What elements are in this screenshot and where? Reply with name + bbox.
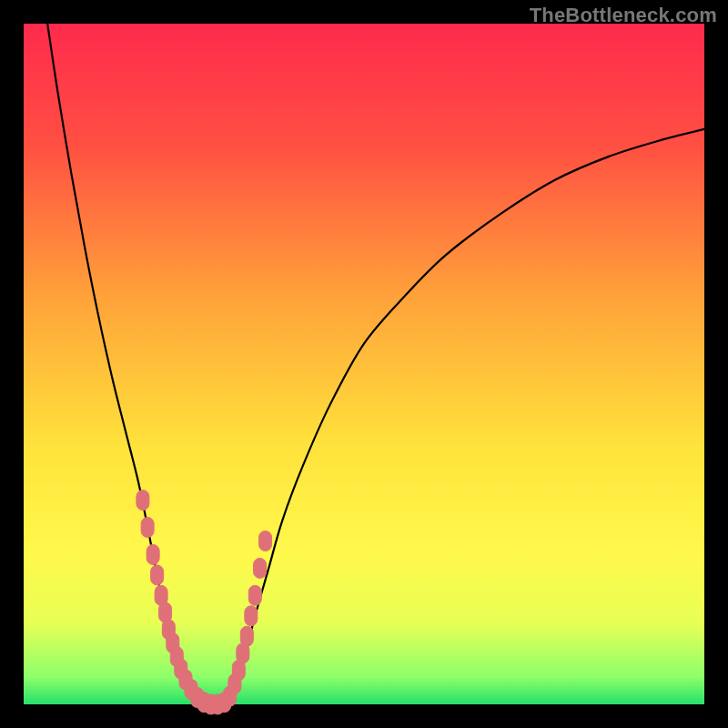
- frame-left: [0, 0, 24, 728]
- frame-right: [704, 0, 728, 728]
- plot-gradient-background: [24, 24, 704, 704]
- frame-top: [0, 0, 728, 24]
- frame-bottom: [0, 704, 728, 728]
